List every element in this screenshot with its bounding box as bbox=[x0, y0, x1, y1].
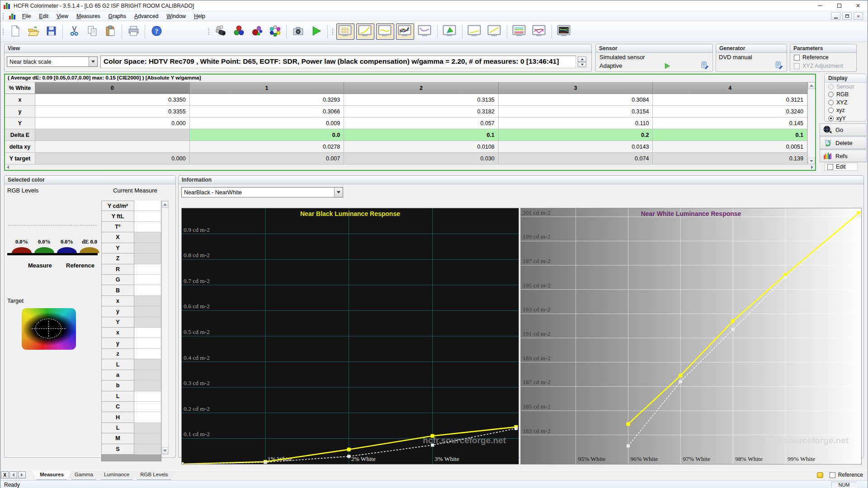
measures-grid-cell[interactable]: 0.0108 bbox=[344, 141, 499, 153]
mdi-minimize-icon[interactable] bbox=[831, 12, 840, 20]
current-measure-row-value[interactable] bbox=[134, 296, 161, 306]
maximize-window-icon[interactable] bbox=[830, 0, 849, 11]
generator-configure-icon[interactable] bbox=[774, 61, 784, 70]
toolbar-button-copy[interactable] bbox=[84, 23, 100, 40]
edit-checkbox[interactable]: Edit bbox=[824, 163, 858, 171]
radio-icon[interactable] bbox=[828, 108, 834, 113]
current-measure-row-value[interactable] bbox=[134, 211, 161, 221]
current-measure-row-value[interactable] bbox=[134, 380, 161, 391]
toolbar-button-capture-screen[interactable] bbox=[290, 23, 306, 40]
toolbar-button-paste[interactable] bbox=[102, 23, 118, 40]
measures-grid-cell[interactable]: 0.110 bbox=[499, 117, 653, 129]
measures-grid-cell[interactable]: 0.2 bbox=[499, 129, 653, 141]
radio-icon[interactable] bbox=[828, 92, 834, 97]
measures-grid-cell[interactable]: 0.3084 bbox=[499, 94, 653, 106]
measures-grid-cell[interactable] bbox=[35, 129, 190, 141]
toolbar-button-new-document[interactable] bbox=[7, 23, 23, 40]
tab-scroll-left-button[interactable] bbox=[9, 471, 17, 479]
go-button[interactable]: Go bbox=[820, 123, 867, 136]
measures-grid-cell[interactable]: 0.3350 bbox=[35, 94, 190, 106]
refs-button[interactable]: Refs bbox=[820, 150, 867, 162]
measures-grid-cell[interactable]: 0.3355 bbox=[35, 106, 190, 117]
toolbar-button-view-nearblack-chart[interactable] bbox=[376, 23, 394, 40]
reference-checkbox[interactable]: Reference bbox=[794, 54, 829, 61]
current-measure-row-value[interactable] bbox=[134, 391, 161, 402]
measures-grid-cell[interactable]: 0.1 bbox=[344, 129, 499, 141]
measures-grid-column-header[interactable]: 4 bbox=[653, 82, 807, 94]
toolbar-button-view-rgb-curves-chart[interactable] bbox=[396, 23, 414, 40]
scroll-up-icon[interactable] bbox=[162, 201, 168, 208]
current-measure-row-value[interactable] bbox=[134, 222, 161, 232]
toolbar-button-run-measures[interactable] bbox=[308, 23, 324, 40]
toolbar-button-view-free-measures[interactable] bbox=[555, 23, 573, 40]
toolbar-button-open-file[interactable] bbox=[25, 23, 41, 40]
chevron-down-icon[interactable] bbox=[334, 188, 343, 197]
toolbar-button-view-cie-gamut[interactable] bbox=[441, 23, 459, 40]
bottom-reference-checkbox-box[interactable] bbox=[830, 472, 835, 478]
display-radio-xyz[interactable]: xyz bbox=[825, 107, 866, 115]
toolbar-button-view-color-temperature-chart[interactable] bbox=[530, 23, 548, 40]
tab-gamma[interactable]: Gamma bbox=[67, 471, 100, 480]
current-measure-row-value[interactable] bbox=[134, 338, 161, 348]
current-measure-row-value[interactable] bbox=[134, 201, 161, 211]
toolbar-button-view-gamma-chart[interactable] bbox=[356, 23, 374, 40]
toolbar-button-cut[interactable] bbox=[66, 23, 82, 40]
tab-close-button[interactable]: X bbox=[1, 471, 9, 479]
menu-item-file[interactable]: File bbox=[18, 12, 35, 21]
toolbar-button-view-rgb-levels-chart[interactable] bbox=[510, 23, 528, 40]
menu-item-window[interactable]: Window bbox=[162, 12, 190, 21]
chevron-down-icon[interactable] bbox=[89, 57, 97, 66]
measures-grid-cell[interactable]: 0.0 bbox=[190, 129, 344, 141]
toolbar-button-about-help[interactable]: ? bbox=[148, 23, 165, 40]
toolbar-button-print[interactable] bbox=[125, 23, 142, 40]
minimize-window-icon[interactable] bbox=[811, 0, 830, 11]
toolbar-button-view-measures-grid[interactable] bbox=[336, 23, 354, 40]
scroll-down-icon[interactable] bbox=[808, 158, 815, 164]
tab-measures[interactable]: Measures bbox=[33, 471, 71, 480]
measures-grid-cell[interactable]: 0.139 bbox=[653, 153, 807, 164]
menu-item-edit[interactable]: Edit bbox=[35, 12, 52, 21]
current-measure-row-value[interactable] bbox=[134, 370, 161, 380]
measures-grid-column-header[interactable]: 2 bbox=[344, 82, 499, 94]
mdi-restore-icon[interactable] bbox=[842, 12, 852, 20]
measures-grid-cell[interactable]: 0.074 bbox=[499, 153, 653, 164]
spinner-down-icon[interactable] bbox=[578, 62, 586, 67]
scroll-up-icon[interactable] bbox=[808, 82, 815, 89]
radio-icon[interactable] bbox=[828, 116, 834, 121]
measures-grid-column-header[interactable]: 1 bbox=[190, 82, 344, 94]
sensor-configure-icon[interactable] bbox=[700, 61, 710, 70]
toolbar-button-view-luminance-chart[interactable] bbox=[416, 23, 434, 40]
current-measure-row-value[interactable] bbox=[134, 306, 161, 317]
current-measure-row-value[interactable] bbox=[134, 275, 161, 285]
current-measure-row-value[interactable] bbox=[134, 243, 161, 253]
measure-scale-select[interactable]: Near black scale bbox=[7, 56, 98, 67]
measures-grid-cell[interactable] bbox=[35, 141, 190, 153]
tab-scroll-right-button[interactable] bbox=[18, 471, 26, 479]
bottom-reference-checkbox[interactable]: Reference bbox=[830, 472, 863, 478]
menu-item-view[interactable]: View bbox=[52, 12, 72, 21]
scroll-right-icon[interactable] bbox=[811, 165, 813, 169]
current-measure-row-value[interactable] bbox=[134, 349, 161, 359]
measures-grid-cell[interactable]: 0.1 bbox=[653, 129, 807, 141]
display-radio-xyy[interactable]: xyY bbox=[825, 114, 866, 122]
toolbar-button-view-nearblack-luminance[interactable] bbox=[466, 23, 484, 40]
information-view-select[interactable]: NearBlack - NearWhite bbox=[181, 187, 343, 197]
measures-grid-cell[interactable]: 0.007 bbox=[190, 153, 344, 164]
toolbar-button-free-measures[interactable] bbox=[231, 23, 247, 40]
current-measure-row-value[interactable] bbox=[134, 423, 161, 433]
toolbar-button-primary-colors-measure[interactable] bbox=[249, 23, 265, 40]
measures-grid-cell[interactable]: 0.3182 bbox=[344, 106, 499, 117]
display-radio-xyz[interactable]: XYZ bbox=[825, 99, 866, 107]
toolbar-button-save-file[interactable] bbox=[43, 23, 59, 40]
scroll-down-icon[interactable] bbox=[162, 447, 168, 454]
current-measure-row-value[interactable] bbox=[134, 328, 161, 338]
measures-grid-column-header[interactable]: 0 bbox=[35, 82, 190, 94]
measures-grid-cell[interactable]: 0.3066 bbox=[190, 106, 344, 117]
measures-grid-cell[interactable]: 0.3154 bbox=[499, 106, 653, 117]
measures-grid-cell[interactable]: 0.0051 bbox=[653, 141, 807, 153]
menu-item-graphs[interactable]: Graphs bbox=[104, 12, 130, 21]
toolbar-button-view-nearwhite-luminance[interactable] bbox=[486, 23, 504, 40]
reference-checkbox-box[interactable] bbox=[794, 55, 800, 61]
spinner-up-icon[interactable] bbox=[578, 56, 586, 62]
current-measure-row-value[interactable] bbox=[134, 232, 161, 243]
